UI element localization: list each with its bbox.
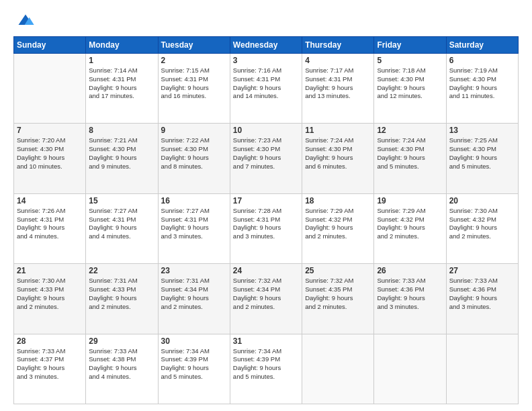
day-cell: 4Sunrise: 7:17 AM Sunset: 4:31 PM Daylig… — [302, 54, 374, 124]
day-cell: 8Sunrise: 7:21 AM Sunset: 4:30 PM Daylig… — [86, 124, 158, 193]
day-number: 4 — [305, 56, 371, 65]
day-info: Sunrise: 7:22 AM Sunset: 4:30 PM Dayligh… — [161, 136, 227, 171]
day-cell: 14Sunrise: 7:26 AM Sunset: 4:31 PM Dayli… — [14, 193, 86, 263]
day-info: Sunrise: 7:14 AM Sunset: 4:31 PM Dayligh… — [89, 66, 154, 101]
day-number: 18 — [305, 196, 371, 205]
day-cell: 7Sunrise: 7:20 AM Sunset: 4:30 PM Daylig… — [14, 124, 86, 193]
day-cell: 31Sunrise: 7:34 AM Sunset: 4:39 PM Dayli… — [230, 334, 302, 404]
day-cell: 21Sunrise: 7:30 AM Sunset: 4:33 PM Dayli… — [14, 264, 86, 334]
day-cell: 5Sunrise: 7:18 AM Sunset: 4:30 PM Daylig… — [374, 54, 446, 124]
day-number: 7 — [17, 126, 83, 135]
day-cell: 28Sunrise: 7:33 AM Sunset: 4:37 PM Dayli… — [14, 334, 86, 404]
day-number: 23 — [161, 266, 227, 275]
calendar-table: SundayMondayTuesdayWednesdayThursdayFrid… — [13, 36, 519, 404]
day-number: 2 — [161, 56, 227, 65]
day-info: Sunrise: 7:26 AM Sunset: 4:31 PM Dayligh… — [17, 207, 83, 241]
day-number: 10 — [233, 126, 299, 135]
day-cell: 3Sunrise: 7:16 AM Sunset: 4:31 PM Daylig… — [230, 54, 302, 124]
day-number: 13 — [449, 126, 515, 135]
day-number: 31 — [233, 336, 299, 346]
day-cell: 17Sunrise: 7:28 AM Sunset: 4:31 PM Dayli… — [230, 193, 302, 263]
logo — [13, 11, 35, 30]
day-cell: 1Sunrise: 7:14 AM Sunset: 4:31 PM Daylig… — [86, 54, 158, 124]
day-cell: 26Sunrise: 7:33 AM Sunset: 4:36 PM Dayli… — [374, 264, 446, 334]
day-cell: 15Sunrise: 7:27 AM Sunset: 4:31 PM Dayli… — [86, 193, 158, 263]
day-number: 17 — [233, 196, 299, 205]
day-cell: 25Sunrise: 7:32 AM Sunset: 4:35 PM Dayli… — [302, 264, 374, 334]
day-number: 28 — [17, 336, 83, 346]
weekday-header: Monday — [86, 37, 158, 54]
day-number: 19 — [377, 196, 443, 205]
day-number: 29 — [89, 336, 154, 346]
weekday-header: Sunday — [14, 37, 86, 54]
day-info: Sunrise: 7:33 AM Sunset: 4:38 PM Dayligh… — [89, 347, 154, 381]
page: SundayMondayTuesdayWednesdayThursdayFrid… — [0, 0, 532, 411]
day-number: 14 — [17, 196, 83, 205]
day-cell: 13Sunrise: 7:25 AM Sunset: 4:30 PM Dayli… — [446, 124, 518, 193]
day-info: Sunrise: 7:20 AM Sunset: 4:30 PM Dayligh… — [17, 136, 83, 171]
day-info: Sunrise: 7:17 AM Sunset: 4:31 PM Dayligh… — [305, 66, 371, 101]
header — [13, 11, 519, 30]
day-cell: 16Sunrise: 7:27 AM Sunset: 4:31 PM Dayli… — [158, 193, 230, 263]
day-cell: 19Sunrise: 7:29 AM Sunset: 4:32 PM Dayli… — [374, 193, 446, 263]
day-info: Sunrise: 7:23 AM Sunset: 4:30 PM Dayligh… — [233, 136, 299, 171]
day-info: Sunrise: 7:19 AM Sunset: 4:30 PM Dayligh… — [449, 66, 515, 101]
day-cell: 29Sunrise: 7:33 AM Sunset: 4:38 PM Dayli… — [86, 334, 158, 404]
day-info: Sunrise: 7:33 AM Sunset: 4:37 PM Dayligh… — [17, 347, 83, 381]
day-info: Sunrise: 7:16 AM Sunset: 4:31 PM Dayligh… — [233, 66, 299, 101]
day-number: 22 — [89, 266, 154, 275]
day-number: 11 — [305, 126, 371, 135]
day-cell: 2Sunrise: 7:15 AM Sunset: 4:31 PM Daylig… — [158, 54, 230, 124]
day-cell: 10Sunrise: 7:23 AM Sunset: 4:30 PM Dayli… — [230, 124, 302, 193]
day-number: 1 — [89, 56, 154, 65]
day-info: Sunrise: 7:31 AM Sunset: 4:34 PM Dayligh… — [161, 277, 227, 311]
day-info: Sunrise: 7:15 AM Sunset: 4:31 PM Dayligh… — [161, 66, 227, 101]
day-info: Sunrise: 7:18 AM Sunset: 4:30 PM Dayligh… — [377, 66, 443, 101]
day-info: Sunrise: 7:29 AM Sunset: 4:32 PM Dayligh… — [377, 207, 443, 241]
week-row: 14Sunrise: 7:26 AM Sunset: 4:31 PM Dayli… — [14, 193, 519, 263]
day-number: 25 — [305, 266, 371, 275]
day-number: 6 — [449, 56, 515, 65]
day-number: 8 — [89, 126, 154, 135]
day-cell: 23Sunrise: 7:31 AM Sunset: 4:34 PM Dayli… — [158, 264, 230, 334]
day-number: 12 — [377, 126, 443, 135]
day-number: 16 — [161, 196, 227, 205]
day-number: 15 — [89, 196, 154, 205]
weekday-header: Saturday — [446, 37, 518, 54]
day-cell: 30Sunrise: 7:34 AM Sunset: 4:39 PM Dayli… — [158, 334, 230, 404]
day-cell — [302, 334, 374, 404]
day-info: Sunrise: 7:29 AM Sunset: 4:32 PM Dayligh… — [305, 207, 371, 241]
day-info: Sunrise: 7:34 AM Sunset: 4:39 PM Dayligh… — [233, 347, 299, 381]
weekday-header: Thursday — [302, 37, 374, 54]
day-cell: 9Sunrise: 7:22 AM Sunset: 4:30 PM Daylig… — [158, 124, 230, 193]
day-cell: 6Sunrise: 7:19 AM Sunset: 4:30 PM Daylig… — [446, 54, 518, 124]
day-info: Sunrise: 7:27 AM Sunset: 4:31 PM Dayligh… — [161, 207, 227, 241]
calendar-body: 1Sunrise: 7:14 AM Sunset: 4:31 PM Daylig… — [14, 54, 519, 404]
day-cell: 12Sunrise: 7:24 AM Sunset: 4:30 PM Dayli… — [374, 124, 446, 193]
day-cell — [14, 54, 86, 124]
day-cell: 20Sunrise: 7:30 AM Sunset: 4:32 PM Dayli… — [446, 193, 518, 263]
day-number: 3 — [233, 56, 299, 65]
day-number: 27 — [449, 266, 515, 275]
day-number: 26 — [377, 266, 443, 275]
week-row: 21Sunrise: 7:30 AM Sunset: 4:33 PM Dayli… — [14, 264, 519, 334]
day-info: Sunrise: 7:32 AM Sunset: 4:35 PM Dayligh… — [305, 277, 371, 311]
day-info: Sunrise: 7:32 AM Sunset: 4:34 PM Dayligh… — [233, 277, 299, 311]
day-number: 24 — [233, 266, 299, 275]
header-row: SundayMondayTuesdayWednesdayThursdayFrid… — [14, 37, 519, 54]
day-cell: 24Sunrise: 7:32 AM Sunset: 4:34 PM Dayli… — [230, 264, 302, 334]
day-info: Sunrise: 7:21 AM Sunset: 4:30 PM Dayligh… — [89, 136, 154, 171]
day-info: Sunrise: 7:28 AM Sunset: 4:31 PM Dayligh… — [233, 207, 299, 241]
day-info: Sunrise: 7:30 AM Sunset: 4:32 PM Dayligh… — [449, 207, 515, 241]
logo-icon — [16, 11, 35, 30]
day-info: Sunrise: 7:33 AM Sunset: 4:36 PM Dayligh… — [377, 277, 443, 311]
day-info: Sunrise: 7:24 AM Sunset: 4:30 PM Dayligh… — [377, 136, 443, 171]
day-info: Sunrise: 7:30 AM Sunset: 4:33 PM Dayligh… — [17, 277, 83, 311]
day-cell: 22Sunrise: 7:31 AM Sunset: 4:33 PM Dayli… — [86, 264, 158, 334]
day-info: Sunrise: 7:33 AM Sunset: 4:36 PM Dayligh… — [449, 277, 515, 311]
day-cell — [374, 334, 446, 404]
day-info: Sunrise: 7:34 AM Sunset: 4:39 PM Dayligh… — [161, 347, 227, 381]
day-cell: 27Sunrise: 7:33 AM Sunset: 4:36 PM Dayli… — [446, 264, 518, 334]
weekday-header: Friday — [374, 37, 446, 54]
day-number: 21 — [17, 266, 83, 275]
